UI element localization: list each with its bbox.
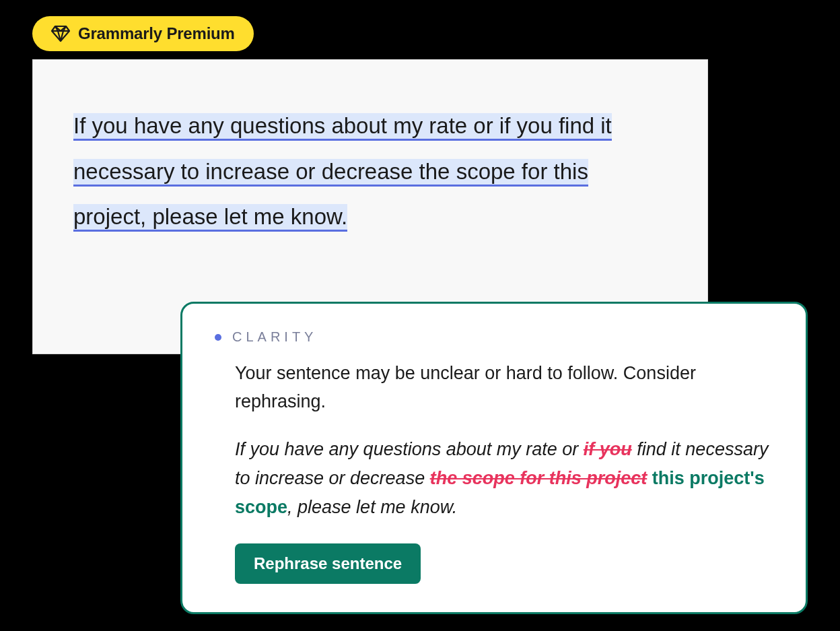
suggestion-card: CLARITY Your sentence may be unclear or …: [180, 302, 808, 614]
highlighted-text[interactable]: If you have any questions about my rate …: [73, 113, 612, 232]
editor-sentence[interactable]: If you have any questions about my rate …: [73, 103, 667, 240]
rewrite-text: If you have any questions about my rate …: [235, 439, 584, 459]
diamond-icon: [51, 25, 70, 42]
suggestion-header: CLARITY: [215, 329, 773, 345]
rewrite-strike: the scope for this project: [430, 468, 648, 488]
suggestion-body: Your sentence may be unclear or hard to …: [215, 360, 773, 584]
suggestion-explanation: Your sentence may be unclear or hard to …: [235, 360, 773, 416]
rewrite-text: , please let me know.: [287, 497, 457, 517]
suggestion-rewrite: If you have any questions about my rate …: [235, 435, 773, 523]
premium-badge-label: Grammarly Premium: [78, 24, 235, 43]
category-dot-icon: [215, 334, 221, 341]
suggestion-category: CLARITY: [232, 329, 317, 345]
rephrase-button[interactable]: Rephrase sentence: [235, 543, 421, 584]
rewrite-strike: if you: [584, 439, 632, 459]
premium-badge: Grammarly Premium: [32, 16, 254, 51]
